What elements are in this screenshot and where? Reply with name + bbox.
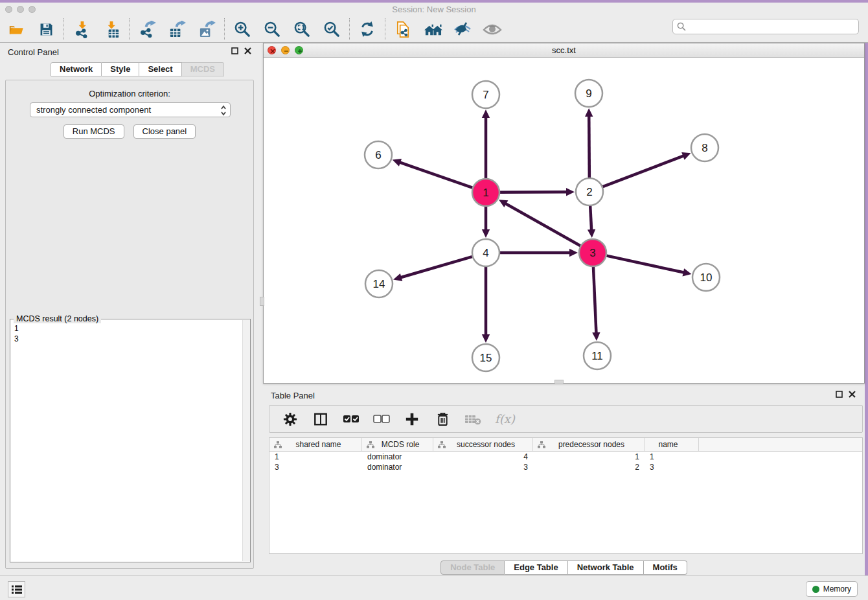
table-cell[interactable]: 3 [269, 462, 362, 472]
network-maximize-icon[interactable] [295, 46, 303, 54]
tab-motifs[interactable]: Motifs [644, 560, 687, 575]
table-cell[interactable]: 1 [269, 452, 362, 462]
table-rows: 1dominator4113dominator323 [269, 452, 862, 472]
attribute-type-icon [438, 441, 446, 448]
divider-grip[interactable] [554, 380, 564, 384]
graph-edge-3-11[interactable] [593, 267, 597, 334]
table-cell[interactable]: 2 [533, 462, 645, 472]
import-table-icon[interactable] [102, 19, 121, 39]
graph-edge-3-1[interactable] [505, 203, 580, 246]
graph-edge-1-2[interactable] [500, 192, 567, 192]
tab-network[interactable]: Network [51, 62, 102, 76]
column-header-predecessor-nodes[interactable]: predecessor nodes [533, 438, 645, 451]
tab-mcds[interactable]: MCDS [182, 62, 224, 76]
graph-edge-2-8[interactable] [603, 156, 685, 187]
close-panel-button[interactable]: Close panel [133, 124, 196, 139]
open-file-icon[interactable] [6, 19, 26, 39]
graph-edge-4-14[interactable] [400, 257, 472, 277]
zoom-window-icon[interactable] [29, 6, 36, 13]
column-header-successor-nodes[interactable]: successor nodes [433, 438, 533, 451]
tab-select[interactable]: Select [139, 62, 181, 76]
column-header-name[interactable]: name [645, 438, 699, 451]
network-view-window: scc.txt 7968124314101511 [263, 43, 865, 384]
memory-label: Memory [823, 584, 851, 594]
network-close-icon[interactable] [268, 46, 276, 54]
table-settings-gear-icon[interactable] [282, 411, 299, 428]
zoom-out-icon[interactable] [262, 19, 282, 39]
divider-grip[interactable] [260, 297, 264, 306]
float-panel-icon[interactable] [836, 391, 843, 398]
table-cell[interactable]: dominator [362, 462, 433, 472]
table-cell[interactable]: 3 [433, 462, 533, 472]
edge-arrowhead [482, 110, 490, 118]
column-label: predecessor nodes [545, 440, 644, 449]
memory-status-icon [812, 586, 819, 593]
column-header-MCDS-role[interactable]: MCDS role [362, 438, 433, 451]
table-cell[interactable]: 1 [533, 452, 645, 462]
tab-style[interactable]: Style [102, 62, 139, 76]
table-cell[interactable]: dominator [362, 452, 433, 462]
run-mcds-button[interactable]: Run MCDS [63, 124, 124, 139]
export-image-icon[interactable] [197, 19, 216, 39]
clone-network-icon[interactable] [393, 19, 413, 39]
graph-edge-2-9[interactable] [589, 115, 589, 178]
home-icon[interactable] [423, 19, 442, 39]
tab-node-table[interactable]: Node Table [440, 560, 505, 575]
table-cell[interactable]: 4 [433, 452, 533, 462]
close-window-icon[interactable] [5, 6, 12, 13]
eye-icon[interactable] [483, 19, 502, 39]
zoom-fit-icon[interactable] [292, 19, 312, 39]
zoom-in-icon[interactable] [233, 19, 252, 39]
optimization-criterion-label: Optimization criterion: [6, 89, 253, 98]
graph-edge-1-6[interactable] [399, 162, 472, 188]
search-input[interactable] [689, 22, 858, 31]
select-all-icon[interactable] [343, 411, 360, 428]
criterion-dropdown[interactable]: strongly connected component [30, 102, 231, 117]
refresh-icon[interactable] [358, 19, 377, 39]
network-window-titlebar[interactable]: scc.txt [264, 43, 864, 58]
node-label-1: 1 [483, 187, 488, 199]
export-network-icon[interactable] [137, 19, 157, 39]
table-row[interactable]: 1dominator411 [269, 452, 862, 462]
close-panel-icon[interactable] [244, 47, 251, 54]
column-header-shared-name[interactable]: shared name [269, 438, 362, 451]
traffic-lights[interactable] [5, 6, 36, 13]
export-table-icon[interactable] [167, 19, 187, 39]
table-cell[interactable]: 1 [645, 452, 699, 462]
add-column-icon[interactable] [404, 411, 420, 428]
task-history-button[interactable] [8, 581, 25, 597]
network-title: scc.txt [264, 43, 864, 57]
status-bar: Memory [0, 575, 868, 600]
dropdown-stepper-icon [220, 105, 227, 118]
table-panel-title: Table Panel [271, 391, 315, 400]
delete-table-icon[interactable] [434, 411, 451, 428]
float-panel-icon[interactable] [231, 47, 238, 54]
minimize-window-icon[interactable] [17, 6, 24, 13]
toolbar-separator [349, 18, 350, 40]
network-canvas[interactable]: 7968124314101511 [264, 58, 864, 383]
node-table[interactable]: shared nameMCDS rolesuccessor nodesprede… [269, 437, 863, 554]
close-panel-icon[interactable] [849, 391, 856, 398]
deselect-all-icon[interactable] [373, 411, 390, 428]
table-row[interactable]: 3dominator323 [269, 462, 862, 472]
graph-edge-3-10[interactable] [606, 256, 684, 273]
memory-button[interactable]: Memory [806, 581, 858, 597]
tab-network-table[interactable]: Network Table [568, 560, 644, 575]
node-label-11: 11 [591, 350, 603, 362]
zoom-selected-icon[interactable] [322, 19, 341, 39]
save-session-icon[interactable] [36, 19, 56, 39]
eye-slash-icon[interactable] [453, 19, 472, 39]
app-titlebar: Session: New Session [0, 3, 868, 16]
show-columns-icon[interactable] [312, 411, 329, 428]
attribute-type-icon [274, 441, 282, 448]
tab-edge-table[interactable]: Edge Table [505, 560, 567, 575]
result-scrollbar[interactable] [242, 320, 250, 561]
edge-arrowhead [393, 159, 402, 167]
import-network-icon[interactable] [72, 19, 91, 39]
graph-edge-2-3[interactable] [590, 206, 591, 231]
mcds-result-text[interactable]: 1 3 [10, 321, 242, 562]
toolbar-separator [129, 18, 130, 40]
network-minimize-icon[interactable] [281, 46, 290, 54]
search-field[interactable] [672, 19, 859, 34]
table-cell[interactable]: 3 [645, 462, 699, 472]
